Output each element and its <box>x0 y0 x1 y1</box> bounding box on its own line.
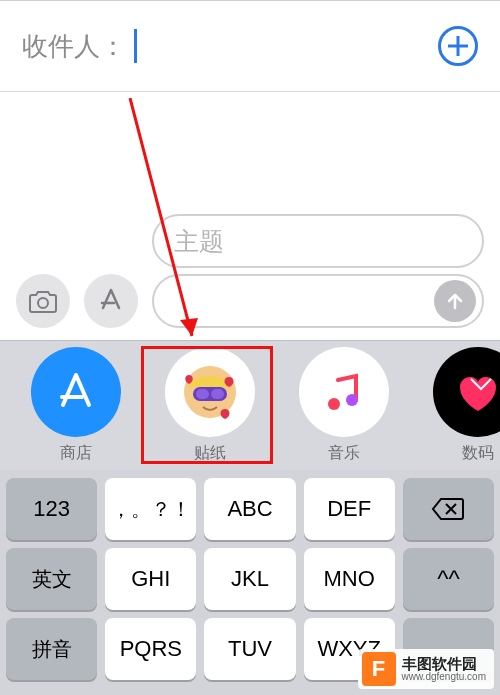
app-item-store[interactable]: 商店 <box>22 347 130 464</box>
key-pqrs[interactable]: PQRS <box>105 618 196 680</box>
watermark-url: www.dgfengtu.com <box>402 672 487 683</box>
memoji-sticker-icon <box>165 347 255 437</box>
subject-placeholder: 主题 <box>174 225 224 258</box>
watermark-badge: F <box>362 652 396 686</box>
app-label-sticker: 贴纸 <box>194 443 226 464</box>
delete-icon <box>431 497 465 521</box>
app-item-sticker[interactable]: 贴纸 <box>156 347 264 464</box>
imessage-app-drawer[interactable]: 商店 贴纸 <box>0 340 500 470</box>
key-jkl[interactable]: JKL <box>204 548 295 610</box>
recipient-bar: 收件人： <box>0 0 500 92</box>
keyboard-row-2: 英文 GHI JKL MNO ^^ <box>6 548 494 610</box>
svg-rect-3 <box>196 389 209 399</box>
svg-point-5 <box>328 398 340 410</box>
key-ghi[interactable]: GHI <box>105 548 196 610</box>
camera-button[interactable] <box>16 274 70 328</box>
app-label-music: 音乐 <box>328 443 360 464</box>
app-item-digital[interactable]: 数码 <box>424 347 500 464</box>
key-punct[interactable]: ，。？！ <box>105 478 196 540</box>
svg-rect-4 <box>211 389 224 399</box>
key-pinyin[interactable]: 拼音 <box>6 618 97 680</box>
key-def[interactable]: DEF <box>304 478 395 540</box>
key-tone[interactable]: ^^ <box>403 548 494 610</box>
message-input[interactable] <box>152 274 484 328</box>
app-item-music[interactable]: 音乐 <box>290 347 398 464</box>
key-abc[interactable]: ABC <box>204 478 295 540</box>
key-delete[interactable] <box>403 478 494 540</box>
appstore-compose-button[interactable] <box>84 274 138 328</box>
app-label-digital: 数码 <box>462 443 494 464</box>
key-123[interactable]: 123 <box>6 478 97 540</box>
keyboard-row-1: 123 ，。？！ ABC DEF <box>6 478 494 540</box>
recipient-input-cursor[interactable] <box>134 29 137 63</box>
app-label-store: 商店 <box>60 443 92 464</box>
appstore-icon <box>96 286 126 316</box>
key-tuv[interactable]: TUV <box>204 618 295 680</box>
digital-touch-icon <box>433 347 500 437</box>
send-button[interactable] <box>434 280 476 322</box>
music-icon <box>299 347 389 437</box>
svg-point-0 <box>38 298 48 308</box>
watermark-title: 丰图软件园 <box>402 656 487 672</box>
subject-input[interactable]: 主题 <box>152 214 484 268</box>
key-mno[interactable]: MNO <box>304 548 395 610</box>
recipient-label: 收件人： <box>22 29 126 64</box>
key-english[interactable]: 英文 <box>6 548 97 610</box>
svg-point-6 <box>346 394 358 406</box>
compose-row: 主题 <box>16 250 484 328</box>
add-recipient-button[interactable] <box>438 26 478 66</box>
arrow-up-icon <box>445 291 465 311</box>
watermark: F 丰图软件园 www.dgfengtu.com <box>358 649 495 689</box>
store-icon <box>31 347 121 437</box>
camera-icon <box>28 289 58 313</box>
